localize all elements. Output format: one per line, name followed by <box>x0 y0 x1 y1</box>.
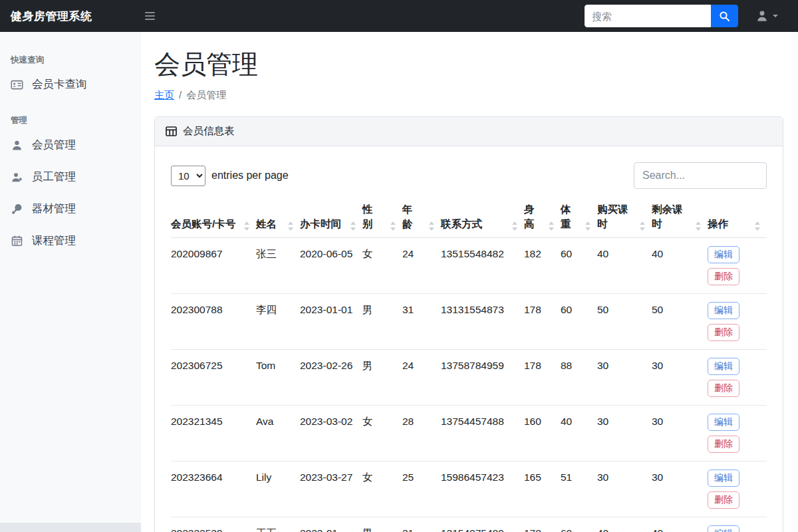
cell-date: 2023-02-26 <box>300 350 362 406</box>
cell-remaining: 40 <box>652 238 708 294</box>
cell-remaining: 40 <box>652 517 708 532</box>
delete-button[interactable]: 删除 <box>708 491 739 509</box>
sidebar-item-member-card-query[interactable]: 会员卡查询 <box>0 68 141 100</box>
cell-date: 2023-01- <box>300 517 362 532</box>
column-header-actions[interactable]: 操作 <box>708 198 767 238</box>
table-icon <box>166 126 177 137</box>
cell-gender: 男 <box>362 294 402 350</box>
edit-button[interactable]: 编辑 <box>708 358 739 375</box>
delete-button[interactable]: 删除 <box>708 268 739 285</box>
sidebar-item-label: 器材管理 <box>32 201 76 216</box>
sort-icon <box>429 221 434 231</box>
breadcrumb-home-link[interactable]: 主页 <box>154 89 174 100</box>
breadcrumb: 主页/会员管理 <box>154 89 783 102</box>
sort-icon <box>755 221 760 231</box>
column-header-phone[interactable]: 联系方式 <box>441 198 524 238</box>
column-header-gender[interactable]: 性别 <box>362 198 402 238</box>
table-search-input[interactable] <box>634 162 767 189</box>
cell-gender: 女 <box>362 462 402 517</box>
column-header-purchased[interactable]: 购买课时 <box>597 198 652 238</box>
cell-purchased: 50 <box>597 294 652 350</box>
sort-icon <box>288 221 293 231</box>
sidebar-item-label: 课程管理 <box>32 233 76 248</box>
column-header-account[interactable]: 会员账号/卡号 <box>171 198 256 238</box>
column-header-weight[interactable]: 体重 <box>561 198 597 238</box>
edit-button[interactable]: 编辑 <box>708 302 739 319</box>
column-header-remaining[interactable]: 剩余课时 <box>652 198 708 238</box>
table-row: 202321345 Ava 2023-03-02 女 28 1375445748… <box>171 406 767 462</box>
delete-button[interactable]: 删除 <box>708 436 739 453</box>
cell-date: 2023-03-02 <box>300 406 362 462</box>
cell-height: 178 <box>524 350 561 406</box>
user-plus-icon <box>11 171 23 184</box>
breadcrumb-current: 会员管理 <box>186 89 226 100</box>
column-header-date[interactable]: 办卡时间 <box>300 198 362 238</box>
sort-icon <box>549 221 554 231</box>
cell-date: 2023-01-01 <box>300 294 362 350</box>
cell-age: 31 <box>402 294 441 350</box>
cell-account: 202321345 <box>171 406 256 462</box>
cell-date: 2023-03-27 <box>300 462 362 517</box>
cell-height: 165 <box>524 462 561 517</box>
cell-account: 202332539 <box>171 517 256 532</box>
column-header-age[interactable]: 年龄 <box>402 198 441 238</box>
sidebar-item-staff-management[interactable]: 员工管理 <box>0 161 141 193</box>
entries-per-page-select[interactable]: 10 <box>171 166 205 186</box>
cell-gender: 男 <box>362 350 402 406</box>
edit-button[interactable]: 编辑 <box>708 246 739 263</box>
sidebar-item-member-management[interactable]: 会员管理 <box>0 129 141 161</box>
cell-age: 31 <box>402 517 441 532</box>
navbar-search-button[interactable] <box>711 5 738 27</box>
cell-phone: 13515548482 <box>441 238 524 294</box>
cell-name: Lily <box>256 462 300 517</box>
sort-icon <box>585 221 591 231</box>
card-body: 10 entries per page 会员账号/卡号 姓名 <box>155 146 783 532</box>
cell-height: 178 <box>524 294 561 350</box>
main-content: 会员管理 主页/会员管理 会员信息表 10 <box>141 32 798 532</box>
cell-gender: 女 <box>362 238 402 294</box>
edit-button[interactable]: 编辑 <box>708 525 739 532</box>
column-header-height[interactable]: 身高 <box>524 198 561 238</box>
sidebar-toggle-button[interactable] <box>141 8 159 24</box>
cell-purchased: 30 <box>597 462 652 517</box>
sidebar-item-course-management[interactable]: 课程管理 <box>0 225 141 257</box>
sidebar-item-equipment-management[interactable]: 器材管理 <box>0 193 141 225</box>
cell-age: 24 <box>402 350 441 406</box>
cell-gender: 男 <box>362 517 402 532</box>
cell-age: 24 <box>402 238 441 294</box>
column-header-name[interactable]: 姓名 <box>256 198 300 238</box>
table-row: 202300788 李四 2023-01-01 男 31 13131554873… <box>171 294 767 350</box>
sort-icon <box>696 221 701 231</box>
cell-weight: 51 <box>561 462 597 517</box>
cell-weight: 60 <box>561 294 597 350</box>
cell-remaining: 30 <box>652 350 708 406</box>
cell-name: Ava <box>256 406 300 462</box>
cell-name: 王五 <box>256 517 300 532</box>
cell-purchased: 40 <box>597 517 652 532</box>
entries-per-page-label: entries per page <box>211 170 289 182</box>
sidebar-section-manage: 管理 <box>0 115 141 126</box>
navbar-search-input[interactable] <box>585 5 711 27</box>
sidebar-item-label: 会员卡查询 <box>32 77 87 92</box>
cell-height: 182 <box>524 238 561 294</box>
edit-button[interactable]: 编辑 <box>708 414 739 431</box>
cell-phone: 13154875489 <box>441 517 524 532</box>
search-icon <box>719 11 730 22</box>
cell-name: Tom <box>256 350 300 406</box>
user-menu[interactable] <box>755 9 778 23</box>
horizontal-scrollbar[interactable] <box>0 523 141 532</box>
edit-button[interactable]: 编辑 <box>708 469 739 487</box>
delete-button[interactable]: 删除 <box>708 324 739 341</box>
sort-icon <box>244 221 249 231</box>
cell-phone: 15986457423 <box>441 462 524 517</box>
sort-icon <box>512 221 517 231</box>
table-header-row: 会员账号/卡号 姓名 办卡时间 性别 年龄 联系方式 身高 体重 购买课时 剩余… <box>171 198 767 238</box>
navbar-search <box>585 5 738 27</box>
user-avatar-icon <box>755 9 769 23</box>
delete-button[interactable]: 删除 <box>708 380 739 397</box>
app-title: 健身房管理系统 <box>11 9 141 24</box>
cell-purchased: 30 <box>597 406 652 462</box>
cell-phone: 13754457488 <box>441 406 524 462</box>
table-row: 202323664 Lily 2023-03-27 女 25 159864574… <box>171 462 767 517</box>
table-tennis-icon <box>11 203 23 215</box>
